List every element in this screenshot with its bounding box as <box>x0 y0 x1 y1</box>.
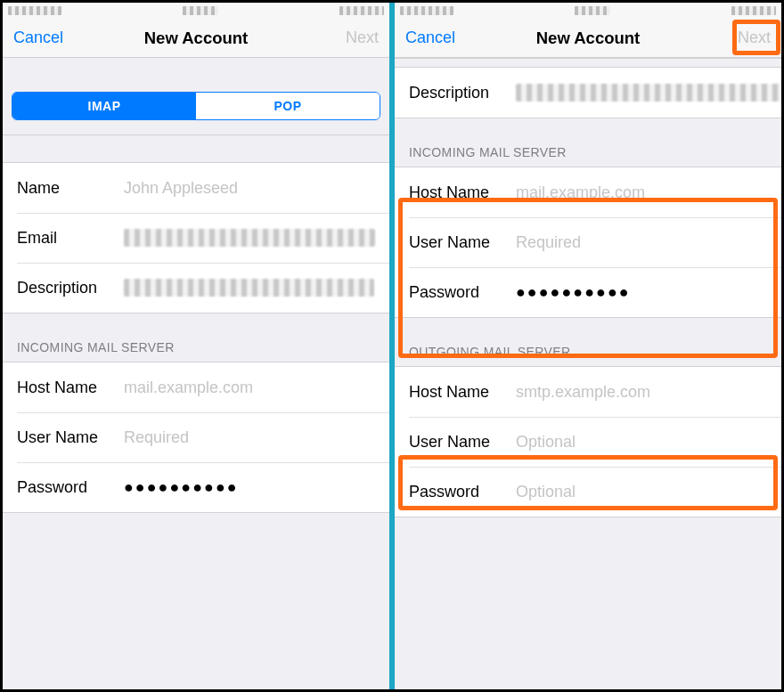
cancel-button[interactable]: Cancel <box>13 28 67 47</box>
nav-bar: Cancel New Account Next <box>395 19 781 58</box>
incoming-pass-input[interactable]: ●●●●●●●●●● <box>516 283 767 302</box>
incoming-user-label: User Name <box>17 428 124 447</box>
outgoing-host-input[interactable]: smtp.example.com <box>516 383 767 402</box>
description-label: Description <box>409 84 516 102</box>
outgoing-pass-label: Password <box>409 483 516 501</box>
incoming-host-label: Host Name <box>409 183 516 202</box>
incoming-host-input[interactable]: mail.example.com <box>124 379 375 397</box>
outgoing-header-peek <box>3 513 389 554</box>
description-row[interactable]: Description <box>395 68 781 118</box>
outgoing-user-row[interactable]: User Name Optional <box>395 417 781 467</box>
description-input[interactable] <box>124 279 374 297</box>
incoming-pass-row[interactable]: Password ●●●●●●●●●● <box>3 462 389 512</box>
incoming-host-row[interactable]: Host Name mail.example.com <box>3 362 389 412</box>
nav-title: New Account <box>144 28 249 48</box>
outgoing-group: Host Name smtp.example.com User Name Opt… <box>395 366 781 517</box>
protocol-segmented-control: IMAP POP <box>3 58 389 135</box>
incoming-host-label: Host Name <box>17 379 124 397</box>
incoming-header: INCOMING MAIL SERVER <box>3 313 389 362</box>
email-row[interactable]: Email <box>3 213 389 263</box>
outgoing-user-input[interactable]: Optional <box>516 433 767 452</box>
outgoing-pass-input[interactable]: Optional <box>516 483 767 501</box>
outgoing-pass-row[interactable]: Password Optional <box>395 467 781 517</box>
incoming-pass-input[interactable]: ●●●●●●●●●● <box>124 478 375 497</box>
incoming-host-input[interactable]: mail.example.com <box>516 183 767 202</box>
next-button[interactable]: Next <box>717 28 771 47</box>
next-button[interactable]: Next <box>325 28 379 47</box>
nav-bar: Cancel New Account Next <box>3 19 389 58</box>
incoming-user-row[interactable]: User Name Required <box>3 412 389 462</box>
email-label: Email <box>17 229 124 248</box>
nav-title: New Account <box>536 28 641 48</box>
incoming-user-label: User Name <box>409 233 516 252</box>
seg-pop[interactable]: POP <box>196 93 380 119</box>
incoming-user-input[interactable]: Required <box>124 428 375 447</box>
name-row[interactable]: Name John Appleseed <box>3 163 389 213</box>
outgoing-host-row[interactable]: Host Name smtp.example.com <box>395 367 781 417</box>
incoming-user-row[interactable]: User Name Required <box>395 217 781 267</box>
name-label: Name <box>17 179 124 198</box>
incoming-group: Host Name mail.example.com User Name Req… <box>395 167 781 318</box>
outgoing-user-label: User Name <box>409 433 516 452</box>
status-bar <box>3 3 389 19</box>
email-input[interactable] <box>124 229 375 247</box>
outgoing-host-label: Host Name <box>409 383 516 402</box>
incoming-pass-label: Password <box>17 478 124 497</box>
incoming-pass-row[interactable]: Password ●●●●●●●●●● <box>395 267 781 317</box>
outgoing-header: OUTGOING MAIL SERVER <box>395 318 781 366</box>
status-bar <box>395 3 781 19</box>
description-row[interactable]: Description <box>3 263 389 313</box>
right-screenshot: Cancel New Account Next Description INCO… <box>395 3 781 689</box>
incoming-user-input[interactable]: Required <box>516 233 767 252</box>
description-input[interactable] <box>516 84 781 102</box>
name-input[interactable]: John Appleseed <box>124 179 375 198</box>
description-label: Description <box>17 279 124 297</box>
incoming-host-row[interactable]: Host Name mail.example.com <box>395 167 781 217</box>
seg-imap[interactable]: IMAP <box>12 93 196 119</box>
incoming-pass-label: Password <box>409 283 516 302</box>
cancel-button[interactable]: Cancel <box>405 28 459 47</box>
incoming-header: INCOMING MAIL SERVER <box>395 118 781 167</box>
left-screenshot: Cancel New Account Next IMAP POP Name Jo… <box>3 3 389 689</box>
